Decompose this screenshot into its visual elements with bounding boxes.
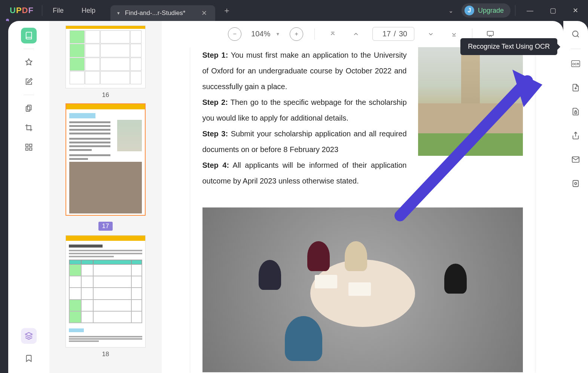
comment-tool-button[interactable] (21, 54, 37, 70)
ocr-tooltip: Recognize Text Using OCR (460, 38, 557, 55)
app-logo: UPDF (3, 6, 40, 15)
svg-rect-5 (30, 148, 32, 150)
rail-separator (571, 49, 581, 49)
email-button[interactable] (569, 153, 582, 166)
document-tab[interactable]: ▼ Find-and-...r-Studies* ✕ (110, 5, 215, 21)
svg-point-13 (573, 31, 578, 37)
page-image-students (202, 207, 523, 372)
step4-text: All applicants will be informed of their… (202, 161, 407, 185)
svg-rect-9 (487, 31, 494, 35)
upgrade-label: Upgrade (478, 7, 504, 15)
page-tools-button[interactable] (21, 100, 37, 116)
svg-rect-2 (26, 144, 28, 146)
search-button[interactable] (569, 28, 582, 40)
zoom-value: 104% (251, 30, 270, 38)
step3-text: Submit your scholarship application and … (202, 130, 407, 154)
step1-label: Step 1: (202, 51, 228, 59)
rail-separator (24, 49, 34, 49)
next-page-button[interactable] (424, 27, 438, 41)
svg-line-14 (577, 36, 579, 37)
right-toolbar: OCR (563, 21, 588, 373)
minimize-button[interactable]: — (520, 4, 540, 18)
left-toolbar (8, 21, 49, 373)
organize-tool-button[interactable] (21, 139, 37, 155)
share-button[interactable] (569, 129, 582, 142)
page-indicator[interactable]: / 30 (372, 27, 414, 41)
svg-rect-4 (26, 148, 28, 150)
toolbar-separator (472, 28, 472, 40)
thumbnail-panel: 16 17 (49, 21, 162, 373)
rail-separator (24, 95, 34, 95)
page-viewport[interactable]: Step 1: You must first make an applicati… (162, 47, 563, 373)
print-button[interactable] (569, 177, 582, 190)
menu-file[interactable]: File (44, 4, 73, 18)
svg-rect-0 (27, 105, 31, 110)
close-button[interactable]: ✕ (566, 3, 585, 18)
menu-help[interactable]: Help (73, 4, 104, 18)
tab-dropdown-icon[interactable]: ▼ (116, 11, 121, 15)
step2-text: Then go to the specific webpage for the … (202, 98, 407, 122)
page-input[interactable] (380, 30, 391, 38)
edit-tool-button[interactable] (21, 74, 37, 90)
maximize-button[interactable]: ▢ (543, 3, 563, 18)
page-image-oxford (418, 47, 523, 156)
tab-title: Find-and-...r-Studies* (125, 9, 195, 17)
prev-page-button[interactable] (349, 27, 363, 41)
tab-close-icon[interactable]: ✕ (199, 8, 209, 18)
ocr-button[interactable]: OCR (569, 57, 582, 70)
upgrade-button[interactable]: J Upgrade (461, 3, 511, 18)
svg-rect-17 (575, 112, 577, 114)
protect-button[interactable] (569, 105, 582, 118)
zoom-out-button[interactable]: − (228, 27, 241, 41)
crop-tool-button[interactable] (21, 120, 37, 136)
svg-point-21 (575, 182, 577, 185)
svg-rect-3 (30, 144, 32, 146)
step4-label: Step 4: (202, 161, 229, 169)
step3-label: Step 3: (202, 130, 228, 138)
main-area: 16 17 (0, 21, 588, 373)
divider (515, 5, 515, 16)
page-total: 30 (399, 30, 407, 38)
zoom-in-button[interactable]: + (290, 27, 303, 41)
user-avatar: J (464, 6, 474, 15)
document-area: − 104% ▼ + / 30 Recognize Text Using OCR (162, 21, 563, 373)
svg-rect-20 (573, 181, 579, 187)
thumbnail-16[interactable]: 16 (65, 25, 146, 99)
titlebar: UPDF File Help ▼ Find-and-...r-Studies* … (0, 0, 588, 21)
last-page-button[interactable] (447, 27, 461, 41)
thumbnail-17[interactable]: 17 (65, 103, 146, 231)
document-page: Step 1: You must first make an applicati… (191, 47, 535, 373)
reader-mode-button[interactable] (21, 28, 37, 43)
thumbnail-label: 18 (65, 351, 146, 358)
convert-button[interactable] (569, 81, 582, 94)
thumbnail-label: 17 (98, 222, 113, 231)
svg-text:OCR: OCR (572, 62, 579, 66)
divider (42, 5, 42, 16)
first-page-button[interactable] (326, 27, 339, 41)
svg-marker-6 (25, 333, 32, 336)
bookmark-button[interactable] (21, 351, 37, 366)
tabs-overflow-icon[interactable]: ⌄ (443, 4, 458, 17)
layers-button[interactable] (21, 328, 37, 344)
new-tab-button[interactable]: ＋ (215, 2, 238, 19)
page-separator: / (394, 30, 396, 38)
zoom-dropdown-icon[interactable]: ▼ (275, 31, 280, 37)
step1-text: You must first make an application to th… (202, 51, 407, 91)
thumbnail-18[interactable]: 18 (65, 235, 146, 358)
svg-rect-1 (26, 106, 30, 111)
thumbnail-label: 16 (65, 91, 146, 99)
toolbar-separator (314, 28, 315, 40)
step2-label: Step 2: (202, 98, 228, 106)
